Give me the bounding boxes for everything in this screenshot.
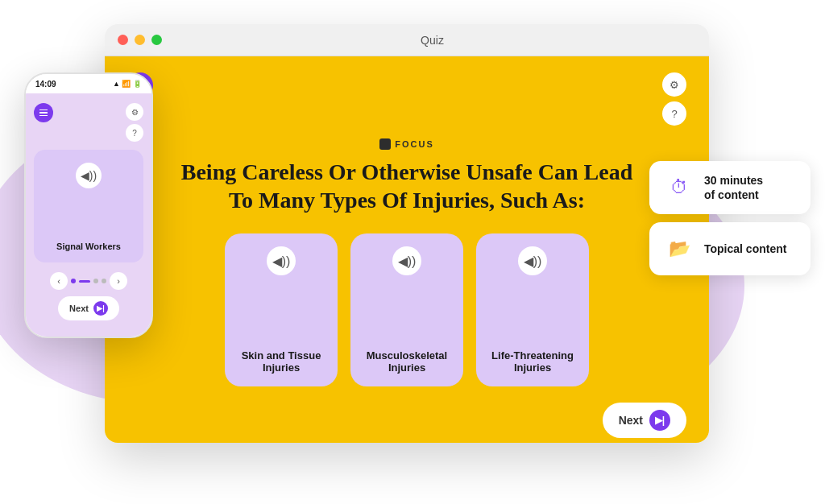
folder-icon: 📂	[664, 233, 694, 264]
card-sound-button-3[interactable]: ◀))	[518, 246, 547, 275]
focus-dot-icon	[379, 138, 391, 150]
phone-next-icon: ▶|	[93, 301, 108, 316]
phone-settings-icon[interactable]: ⚙	[126, 103, 143, 121]
desktop-browser: Quiz ⚙ ? FOCUS Being Careless Or Oth	[105, 24, 709, 443]
phone-help-icon[interactable]: ?	[126, 124, 143, 142]
focus-badge: FOCUS	[127, 138, 686, 150]
card-sound-button-1[interactable]: ◀))	[267, 246, 296, 275]
heading-line2: To Many Types Of Injuries, Such As:	[229, 188, 585, 213]
next-button-label: Next	[619, 414, 643, 427]
phone-menu-icon	[39, 109, 48, 117]
help-icon[interactable]: ?	[662, 101, 686, 126]
main-heading: Being Careless Or Otherwise Unsafe Can L…	[127, 158, 686, 214]
browser-content: ⚙ ? FOCUS Being Careless Or Otherwise Un…	[105, 56, 709, 443]
phone-sound-button[interactable]: ◀))	[76, 163, 102, 188]
mobile-phone: 14:09 ▲ 📶 🔋 ⚙ ? ◀)) Signal Workers	[24, 72, 153, 338]
phone-card-label: Signal Workers	[56, 242, 121, 251]
phone-menu-button[interactable]	[34, 103, 53, 122]
phone-time: 14:09	[35, 80, 56, 89]
phone-next-button[interactable]: Next ▶|	[58, 296, 119, 320]
progress-prev-button[interactable]: ‹	[50, 272, 68, 290]
top-right-icons: ⚙ ?	[662, 72, 686, 126]
phone-right-icons: ⚙ ?	[126, 103, 143, 142]
clock-icon: ⏱	[664, 172, 694, 203]
info-card-time: ⏱ 30 minutesof content	[649, 161, 810, 214]
next-button[interactable]: Next ▶|	[603, 403, 686, 438]
heading-line1: Being Careless Or Otherwise Unsafe Can L…	[181, 159, 633, 184]
next-button-icon: ▶|	[649, 410, 670, 431]
progress-dot-3	[102, 279, 106, 283]
browser-title: Quiz	[168, 34, 696, 47]
progress-dot-2	[93, 279, 98, 283]
progress-next-button[interactable]: ›	[110, 272, 127, 290]
scene: Quiz ⚙ ? FOCUS Being Careless Or Oth	[0, 0, 825, 504]
progress-line	[79, 280, 90, 283]
phone-progress-bar: ‹ ›	[34, 272, 143, 290]
card-label-1: Skin and TissueInjuries	[242, 349, 321, 374]
phone-status-icons: ▲ 📶 🔋	[113, 80, 142, 88]
progress-dot-1	[71, 279, 76, 283]
phone-top-bar: ⚙ ?	[34, 103, 143, 142]
browser-titlebar: Quiz	[105, 24, 709, 56]
info-topical-text: Topical content	[704, 242, 786, 256]
card-label-2: MusculoskeletalInjuries	[367, 349, 447, 374]
info-card-topical: 📂 Topical content	[649, 222, 810, 275]
card-skin-tissue: ◀)) Skin and TissueInjuries	[225, 233, 338, 386]
card-sound-button-2[interactable]: ◀))	[392, 246, 421, 275]
info-cards: ⏱ 30 minutesof content 📂 Topical content	[649, 161, 810, 275]
phone-statusbar: 14:09 ▲ 📶 🔋	[26, 74, 151, 93]
card-life-threatening: ◀)) Life-ThreateningInjuries	[476, 233, 589, 386]
traffic-light-red[interactable]	[118, 35, 128, 45]
info-time-text: 30 minutesof content	[704, 173, 763, 202]
card-label-3: Life-ThreateningInjuries	[491, 349, 574, 374]
phone-next-label: Next	[69, 304, 89, 313]
injury-cards-row: ◀)) Skin and TissueInjuries ◀)) Musculos…	[127, 233, 686, 386]
focus-label: FOCUS	[395, 139, 434, 149]
phone-content: ⚙ ? ◀)) Signal Workers ‹ › Next ▶|	[26, 93, 151, 337]
phone-card: ◀)) Signal Workers	[34, 150, 143, 262]
settings-icon[interactable]: ⚙	[662, 72, 686, 97]
traffic-light-yellow[interactable]	[135, 35, 145, 45]
traffic-light-green[interactable]	[151, 35, 162, 45]
card-musculoskeletal: ◀)) MusculoskeletalInjuries	[350, 233, 463, 386]
next-button-row: Next ▶|	[127, 403, 686, 438]
top-bar: ⚙ ?	[127, 72, 686, 126]
phone-next-container: Next ▶|	[34, 296, 143, 320]
